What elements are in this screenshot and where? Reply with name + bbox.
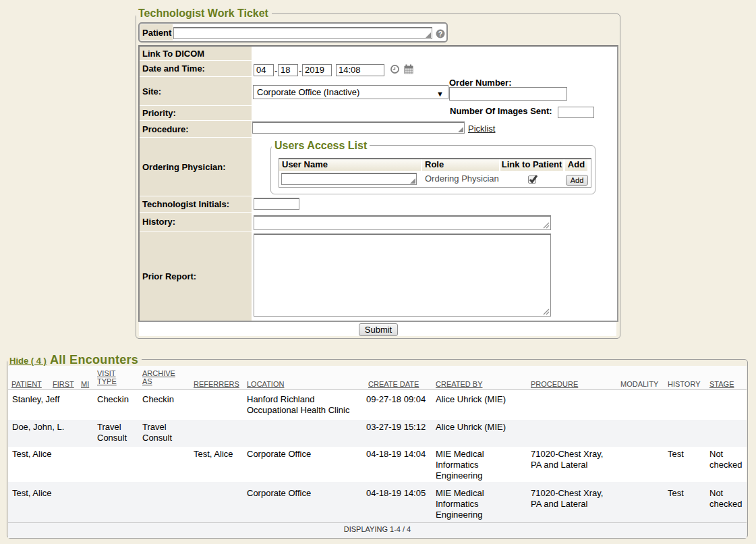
svg-text:?: ?	[438, 30, 442, 38]
